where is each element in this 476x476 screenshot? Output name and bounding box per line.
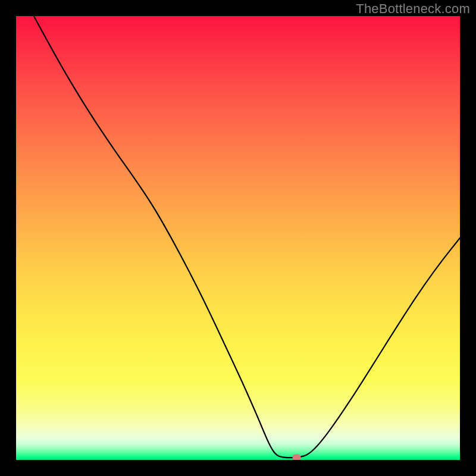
bottleneck-curve-path — [34, 16, 460, 458]
bottleneck-curve-svg — [16, 16, 460, 460]
chart-frame: TheBottleneck.com — [0, 0, 476, 476]
plot-area — [16, 16, 460, 460]
optimal-point-marker — [293, 454, 301, 460]
watermark-text: TheBottleneck.com — [356, 1, 470, 17]
